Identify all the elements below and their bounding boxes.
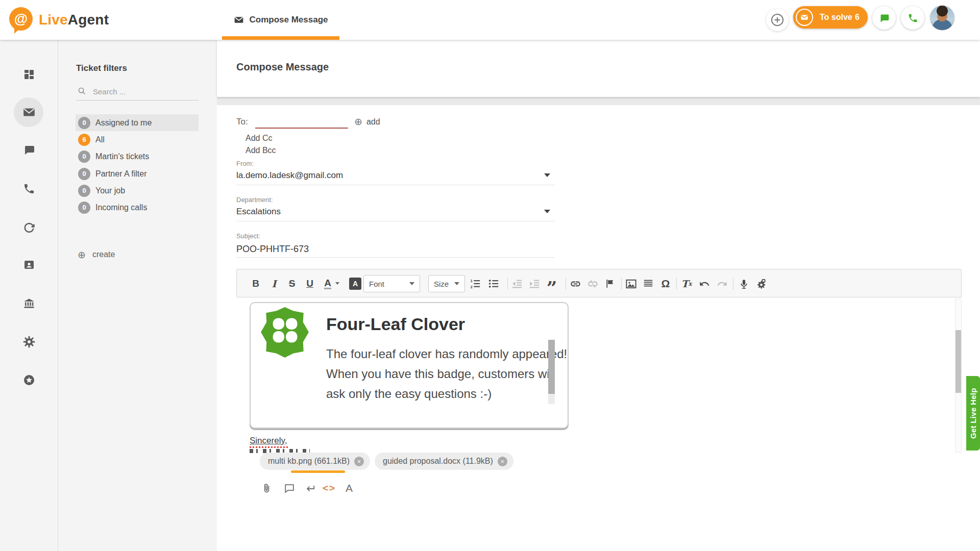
bold-button[interactable]: B — [248, 276, 263, 291]
caret-down-icon — [409, 282, 414, 285]
add-recipient-button[interactable]: ⊕ add — [354, 116, 380, 128]
attachment-chip[interactable]: guided proposal.docx (11.9kB) × — [375, 453, 513, 470]
department-value[interactable]: Escalations — [236, 207, 281, 217]
get-live-help-tab[interactable]: Get Live Help — [966, 376, 980, 450]
tab-compose-message[interactable]: Compose Message — [222, 0, 339, 40]
filter-count-badge: 0 — [78, 168, 90, 180]
filter-count-badge: 6 — [78, 134, 90, 146]
filter-partner-a[interactable]: 0 Partner A filter — [76, 165, 199, 182]
toolbar-separator — [566, 278, 566, 290]
filter-your-job[interactable]: 0 Your job — [76, 182, 199, 199]
text-format-button[interactable]: A — [341, 480, 357, 496]
department-underline — [236, 221, 555, 221]
remove-attachment-icon[interactable]: × — [498, 457, 507, 466]
from-underline — [236, 185, 555, 185]
filter-all[interactable]: 6 All — [76, 131, 199, 148]
to-solve-button[interactable]: To solve 6 — [793, 6, 868, 29]
attach-file-button[interactable] — [258, 480, 275, 496]
calls-button[interactable] — [901, 6, 924, 30]
add-bcc-link[interactable]: Add Bcc — [246, 146, 276, 155]
filter-assigned-to-me[interactable]: 0 Assigned to me — [76, 114, 199, 131]
subject-value[interactable]: POO-PHHTF-673 — [236, 244, 309, 255]
liveagent-logo-icon: @ — [9, 7, 33, 31]
toolbar-separator — [507, 278, 508, 290]
svg-text:1: 1 — [470, 279, 473, 283]
unlink-button[interactable] — [585, 276, 600, 291]
size-select[interactable]: Size — [428, 275, 465, 292]
bullet-list-button[interactable] — [486, 276, 501, 291]
special-char-button[interactable]: Ω — [658, 276, 673, 291]
subject-label: Subject: — [236, 232, 260, 240]
new-item-button[interactable] — [766, 9, 789, 31]
text-color-button[interactable]: A — [320, 276, 335, 291]
blockquote-button[interactable]: ” — [544, 276, 559, 291]
to-solve-envelope-icon — [796, 9, 813, 26]
envelope-icon — [234, 15, 244, 25]
search-input[interactable] — [93, 85, 195, 98]
calls-nav-icon[interactable] — [22, 182, 36, 195]
flag-button[interactable] — [602, 276, 618, 291]
insert-link-button[interactable] — [568, 276, 583, 291]
filter-count-badge: 0 — [78, 151, 90, 163]
font-select[interactable]: Font — [363, 275, 420, 292]
strikethrough-button[interactable]: S — [284, 276, 300, 291]
editor-scrollbar-thumb[interactable] — [955, 330, 961, 393]
toolbar-separator — [676, 278, 677, 290]
chats-nav-icon[interactable] — [22, 143, 36, 157]
attachment-chip[interactable]: multi kb.png (661.1kB) × — [260, 453, 370, 470]
gamification-star-icon[interactable] — [22, 373, 36, 387]
horizontal-rule-button[interactable] — [641, 276, 656, 291]
filter-incoming-calls[interactable]: 0 Incoming calls — [76, 199, 199, 216]
remove-attachment-icon[interactable]: × — [354, 457, 364, 466]
brand-name: LiveAgent — [39, 0, 109, 40]
to-recipient-input[interactable] — [255, 116, 348, 129]
source-code-toggle[interactable]: <> — [321, 480, 337, 496]
add-note-button[interactable] — [281, 480, 298, 496]
underline-button[interactable]: U — [302, 276, 317, 291]
signature-text: Sincerely, — [250, 436, 287, 446]
companies-bank-icon[interactable] — [22, 297, 36, 310]
insert-reply-button[interactable] — [302, 480, 318, 496]
contacts-icon[interactable] — [22, 258, 36, 271]
redo-button[interactable] — [715, 276, 730, 291]
dashboard-icon[interactable] — [22, 68, 36, 81]
from-label: From: — [236, 160, 254, 167]
svg-text:2: 2 — [470, 285, 473, 289]
search-icon — [78, 87, 86, 95]
from-dropdown-caret[interactable] — [544, 173, 550, 177]
from-value[interactable]: la.demo.ladesk@gmail.com — [236, 170, 343, 181]
caret-down-icon — [335, 282, 339, 285]
filter-martins-tickets[interactable]: 0 Martin's tickets — [76, 148, 199, 165]
page-title: Compose Message — [236, 61, 329, 73]
badge-scrollbar-thumb[interactable] — [548, 340, 555, 394]
dictation-mic-button[interactable] — [736, 276, 751, 291]
chats-button[interactable] — [872, 6, 896, 30]
editor-toolbar: B I S U A A Font Size 12 ” — [236, 269, 962, 297]
filter-count-badge: 0 — [78, 185, 90, 197]
increase-indent-button[interactable] — [527, 276, 542, 291]
panel-title: Ticket filters — [76, 63, 127, 73]
ordered-list-button[interactable]: 12 — [468, 276, 483, 291]
settings-gear-icon[interactable] — [22, 335, 36, 348]
italic-button[interactable]: I — [266, 276, 282, 291]
spellcheck-underline — [250, 446, 289, 448]
add-cc-link[interactable]: Add Cc — [246, 134, 272, 143]
insert-image-button[interactable] — [623, 276, 639, 291]
message-body-editor[interactable]: Four-Leaf Clover The four-leaf clover ha… — [236, 297, 962, 453]
automation-loop-icon[interactable] — [22, 221, 36, 234]
tickets-mail-icon[interactable] — [22, 106, 36, 119]
tab-label: Compose Message — [250, 15, 328, 25]
decrease-indent-button[interactable] — [509, 276, 525, 291]
top-header: @ LiveAgent Compose Message To solve 6 — [0, 0, 980, 40]
liveagent-app: @ LiveAgent Compose Message To solve 6 — [0, 0, 980, 551]
badge-card: Four-Leaf Clover The four-leaf clover ha… — [250, 302, 569, 429]
create-filter-button[interactable]: ⊕ create — [78, 246, 115, 263]
undo-button[interactable] — [697, 276, 712, 291]
search-underline — [76, 100, 199, 101]
department-dropdown-caret[interactable] — [544, 210, 550, 213]
caret-down-icon — [454, 282, 459, 285]
user-avatar[interactable] — [929, 5, 955, 31]
remove-format-button[interactable]: Tx — [679, 276, 694, 291]
macro-gear-button[interactable] — [754, 276, 769, 291]
background-color-button[interactable]: A — [348, 276, 363, 291]
